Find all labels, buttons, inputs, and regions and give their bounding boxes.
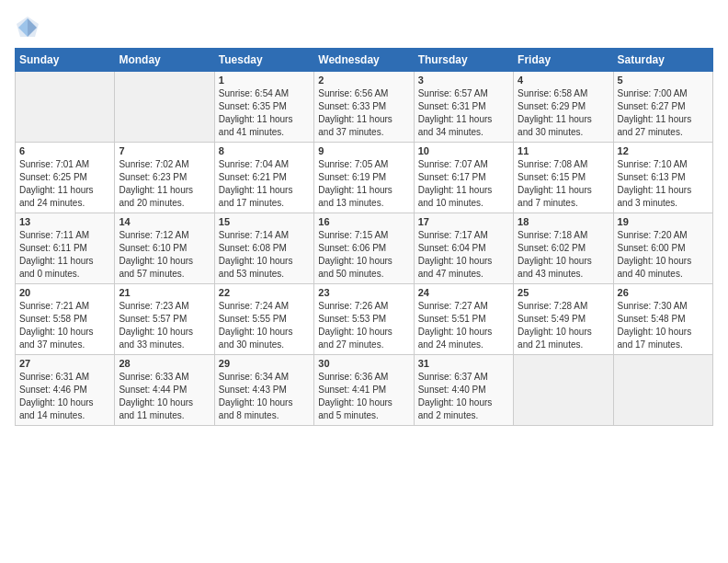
calendar-week-3: 13Sunrise: 7:11 AM Sunset: 6:11 PM Dayli…: [16, 213, 713, 284]
calendar-cell: 27Sunrise: 6:31 AM Sunset: 4:46 PM Dayli…: [16, 355, 115, 426]
calendar-cell: 21Sunrise: 7:23 AM Sunset: 5:57 PM Dayli…: [115, 284, 214, 355]
day-info: Sunrise: 7:21 AM Sunset: 5:58 PM Dayligh…: [19, 300, 110, 351]
day-number: 22: [219, 287, 310, 298]
calendar-cell: 16Sunrise: 7:15 AM Sunset: 6:06 PM Dayli…: [314, 213, 414, 284]
day-info: Sunrise: 7:27 AM Sunset: 5:51 PM Dayligh…: [418, 300, 509, 351]
day-info: Sunrise: 7:23 AM Sunset: 5:57 PM Dayligh…: [119, 300, 210, 351]
day-info: Sunrise: 7:26 AM Sunset: 5:53 PM Dayligh…: [318, 300, 409, 351]
weekday-header-friday: Friday: [514, 49, 613, 72]
day-number: 23: [318, 287, 409, 298]
day-info: Sunrise: 7:05 AM Sunset: 6:19 PM Dayligh…: [318, 158, 409, 210]
day-info: Sunrise: 7:17 AM Sunset: 6:04 PM Dayligh…: [418, 229, 509, 281]
day-info: Sunrise: 7:28 AM Sunset: 5:49 PM Dayligh…: [518, 300, 609, 351]
day-number: 2: [318, 75, 409, 86]
day-number: 25: [518, 287, 609, 298]
calendar-cell: 6Sunrise: 7:01 AM Sunset: 6:25 PM Daylig…: [16, 143, 115, 213]
weekday-header-wednesday: Wednesday: [314, 49, 414, 72]
calendar-cell: 7Sunrise: 7:02 AM Sunset: 6:23 PM Daylig…: [115, 143, 214, 213]
calendar-cell: 2Sunrise: 6:56 AM Sunset: 6:33 PM Daylig…: [314, 72, 414, 143]
weekday-header-saturday: Saturday: [613, 49, 712, 72]
calendar-cell: 3Sunrise: 6:57 AM Sunset: 6:31 PM Daylig…: [414, 72, 513, 143]
day-number: 11: [518, 145, 609, 156]
day-number: 3: [418, 75, 509, 86]
calendar-cell: [514, 355, 613, 426]
day-number: 6: [19, 145, 110, 156]
day-info: Sunrise: 7:30 AM Sunset: 5:48 PM Dayligh…: [618, 300, 709, 351]
day-number: 12: [618, 145, 709, 156]
day-info: Sunrise: 6:36 AM Sunset: 4:41 PM Dayligh…: [318, 371, 409, 422]
calendar-cell: [16, 72, 115, 143]
day-number: 30: [318, 358, 409, 369]
day-number: 13: [19, 216, 110, 227]
calendar-cell: [613, 355, 712, 426]
day-info: Sunrise: 6:34 AM Sunset: 4:43 PM Dayligh…: [219, 371, 310, 422]
day-number: 24: [418, 287, 509, 298]
day-info: Sunrise: 7:15 AM Sunset: 6:06 PM Dayligh…: [318, 229, 409, 281]
calendar-cell: 25Sunrise: 7:28 AM Sunset: 5:49 PM Dayli…: [514, 284, 613, 355]
day-number: 14: [119, 216, 210, 227]
day-info: Sunrise: 6:37 AM Sunset: 4:40 PM Dayligh…: [418, 371, 509, 422]
day-number: 28: [119, 358, 210, 369]
day-number: 20: [19, 287, 110, 298]
calendar-week-5: 27Sunrise: 6:31 AM Sunset: 4:46 PM Dayli…: [16, 355, 713, 426]
day-number: 17: [418, 216, 509, 227]
day-info: Sunrise: 6:33 AM Sunset: 4:44 PM Dayligh…: [119, 371, 210, 422]
day-number: 16: [318, 216, 409, 227]
calendar-cell: [115, 72, 214, 143]
calendar-cell: 26Sunrise: 7:30 AM Sunset: 5:48 PM Dayli…: [613, 284, 712, 355]
calendar-cell: 4Sunrise: 6:58 AM Sunset: 6:29 PM Daylig…: [514, 72, 613, 143]
calendar-cell: 31Sunrise: 6:37 AM Sunset: 4:40 PM Dayli…: [414, 355, 513, 426]
calendar-week-2: 6Sunrise: 7:01 AM Sunset: 6:25 PM Daylig…: [16, 143, 713, 213]
day-number: 26: [618, 287, 709, 298]
day-info: Sunrise: 7:14 AM Sunset: 6:08 PM Dayligh…: [219, 229, 310, 281]
day-number: 1: [219, 75, 310, 86]
calendar-table: SundayMondayTuesdayWednesdayThursdayFrid…: [15, 48, 713, 426]
weekday-header-monday: Monday: [115, 49, 214, 72]
calendar-cell: 14Sunrise: 7:12 AM Sunset: 6:10 PM Dayli…: [115, 213, 214, 284]
day-info: Sunrise: 7:00 AM Sunset: 6:27 PM Dayligh…: [618, 87, 709, 139]
calendar-cell: 19Sunrise: 7:20 AM Sunset: 6:00 PM Dayli…: [613, 213, 712, 284]
calendar-cell: 5Sunrise: 7:00 AM Sunset: 6:27 PM Daylig…: [613, 72, 712, 143]
day-info: Sunrise: 6:31 AM Sunset: 4:46 PM Dayligh…: [19, 371, 110, 422]
calendar-cell: 15Sunrise: 7:14 AM Sunset: 6:08 PM Dayli…: [214, 213, 313, 284]
day-number: 21: [119, 287, 210, 298]
day-info: Sunrise: 7:12 AM Sunset: 6:10 PM Dayligh…: [119, 229, 210, 281]
day-info: Sunrise: 6:58 AM Sunset: 6:29 PM Dayligh…: [518, 87, 609, 139]
calendar-cell: 28Sunrise: 6:33 AM Sunset: 4:44 PM Dayli…: [115, 355, 214, 426]
weekday-header-tuesday: Tuesday: [214, 49, 313, 72]
day-number: 8: [219, 145, 310, 156]
calendar-week-1: 1Sunrise: 6:54 AM Sunset: 6:35 PM Daylig…: [16, 72, 713, 143]
day-info: Sunrise: 6:54 AM Sunset: 6:35 PM Dayligh…: [219, 87, 310, 139]
day-number: 9: [318, 145, 409, 156]
day-number: 15: [219, 216, 310, 227]
calendar-cell: 13Sunrise: 7:11 AM Sunset: 6:11 PM Dayli…: [16, 213, 115, 284]
day-info: Sunrise: 7:11 AM Sunset: 6:11 PM Dayligh…: [19, 229, 110, 281]
day-info: Sunrise: 7:08 AM Sunset: 6:15 PM Dayligh…: [518, 158, 609, 210]
calendar-cell: 8Sunrise: 7:04 AM Sunset: 6:21 PM Daylig…: [214, 143, 313, 213]
day-info: Sunrise: 7:04 AM Sunset: 6:21 PM Dayligh…: [219, 158, 310, 210]
day-info: Sunrise: 7:20 AM Sunset: 6:00 PM Dayligh…: [618, 229, 709, 281]
calendar-cell: 17Sunrise: 7:17 AM Sunset: 6:04 PM Dayli…: [414, 213, 513, 284]
day-info: Sunrise: 7:10 AM Sunset: 6:13 PM Dayligh…: [618, 158, 709, 210]
calendar-cell: 22Sunrise: 7:24 AM Sunset: 5:55 PM Dayli…: [214, 284, 313, 355]
calendar-cell: 23Sunrise: 7:26 AM Sunset: 5:53 PM Dayli…: [314, 284, 414, 355]
calendar-cell: 10Sunrise: 7:07 AM Sunset: 6:17 PM Dayli…: [414, 143, 513, 213]
weekday-header-row: SundayMondayTuesdayWednesdayThursdayFrid…: [16, 49, 713, 72]
calendar-cell: 30Sunrise: 6:36 AM Sunset: 4:41 PM Dayli…: [314, 355, 414, 426]
calendar-cell: 20Sunrise: 7:21 AM Sunset: 5:58 PM Dayli…: [16, 284, 115, 355]
calendar-week-4: 20Sunrise: 7:21 AM Sunset: 5:58 PM Dayli…: [16, 284, 713, 355]
day-number: 31: [418, 358, 509, 369]
calendar-cell: 9Sunrise: 7:05 AM Sunset: 6:19 PM Daylig…: [314, 143, 414, 213]
day-info: Sunrise: 7:18 AM Sunset: 6:02 PM Dayligh…: [518, 229, 609, 281]
day-info: Sunrise: 6:57 AM Sunset: 6:31 PM Dayligh…: [418, 87, 509, 139]
day-info: Sunrise: 7:24 AM Sunset: 5:55 PM Dayligh…: [219, 300, 310, 351]
calendar-cell: 18Sunrise: 7:18 AM Sunset: 6:02 PM Dayli…: [514, 213, 613, 284]
calendar-cell: 12Sunrise: 7:10 AM Sunset: 6:13 PM Dayli…: [613, 143, 712, 213]
day-number: 29: [219, 358, 310, 369]
calendar-cell: 11Sunrise: 7:08 AM Sunset: 6:15 PM Dayli…: [514, 143, 613, 213]
calendar-cell: 24Sunrise: 7:27 AM Sunset: 5:51 PM Dayli…: [414, 284, 513, 355]
calendar-cell: 29Sunrise: 6:34 AM Sunset: 4:43 PM Dayli…: [214, 355, 313, 426]
weekday-header-sunday: Sunday: [16, 49, 115, 72]
calendar-cell: 1Sunrise: 6:54 AM Sunset: 6:35 PM Daylig…: [214, 72, 313, 143]
page-header: [15, 15, 713, 40]
